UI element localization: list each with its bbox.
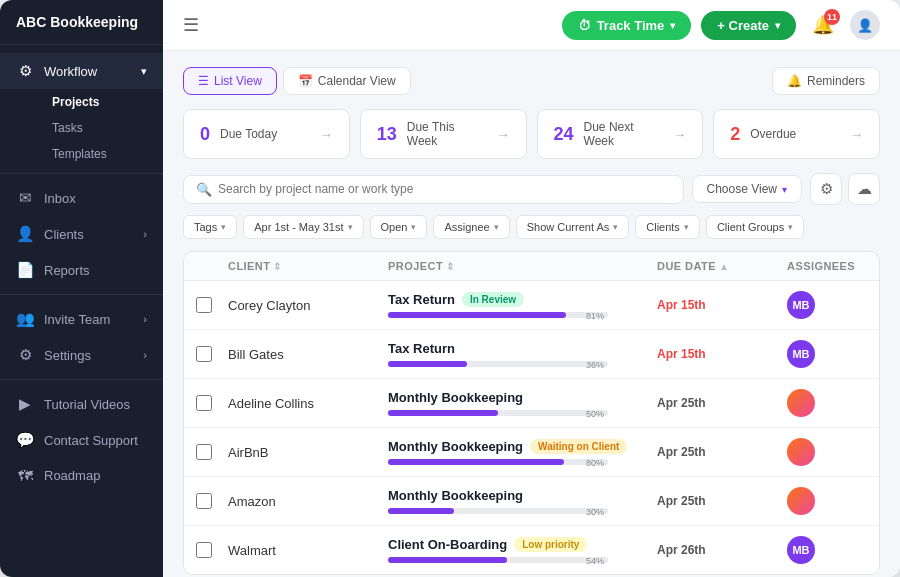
due-date: Apr 25th (657, 494, 787, 508)
project-col: Monthly Bookkeeping 30% (388, 488, 657, 514)
sidebar-nav: ⚙ Workflow ▾ Projects Tasks Templates ✉ … (0, 45, 163, 577)
filter-bar: Tags ▾ Apr 1st - May 31st ▾ Open ▾ Assig… (183, 215, 880, 239)
due-date: Apr 26th (657, 543, 787, 557)
notifications-button[interactable]: 🔔 11 (812, 14, 834, 36)
chevron-right-icon: › (143, 228, 147, 240)
search-box: 🔍 (183, 175, 684, 204)
caret-down-icon: ▾ (494, 222, 499, 232)
status-badge: Waiting on Client (530, 439, 627, 454)
th-assignees: ASSIGNEES (787, 260, 867, 272)
sidebar-item-tutorial[interactable]: ▶ Tutorial Videos (0, 386, 163, 422)
settings-view-button[interactable]: ⚙ (810, 173, 842, 205)
sidebar-item-workflow[interactable]: ⚙ Workflow ▾ (0, 53, 163, 89)
app-logo: ABC Bookkeeping (0, 0, 163, 45)
stat-due-next-week[interactable]: 24 Due Next Week → (537, 109, 704, 159)
caret-down-icon: ▾ (411, 222, 416, 232)
row-checkbox[interactable] (196, 444, 212, 460)
client-name: Adeline Collins (228, 396, 388, 411)
client-name: Bill Gates (228, 347, 388, 362)
progress-bar-wrap: 54% (388, 557, 608, 563)
arrow-right-icon: → (673, 127, 686, 142)
content-area: ☰ List View 📅 Calendar View 🔔 Reminders … (163, 51, 900, 577)
settings-icon: ⚙ (16, 346, 34, 364)
create-button[interactable]: + Create ▾ (701, 11, 796, 40)
stat-due-this-week[interactable]: 13 Due This Week → (360, 109, 527, 159)
filter-tags[interactable]: Tags ▾ (183, 215, 237, 239)
project-name: Monthly Bookkeeping (388, 488, 657, 503)
status-badge: Low priority (514, 537, 587, 552)
sidebar-item-roadmap[interactable]: 🗺 Roadmap (0, 458, 163, 493)
row-checkbox[interactable] (196, 297, 212, 313)
row-checkbox[interactable] (196, 542, 212, 558)
sidebar-sub-workflow: Projects Tasks Templates (0, 89, 163, 167)
track-time-button[interactable]: ⏱ Track Time ▾ (562, 11, 692, 40)
project-col: Monthly Bookkeeping Waiting on Client 80… (388, 439, 657, 465)
topbar: ☰ ⏱ Track Time ▾ + Create ▾ 🔔 11 👤 (163, 0, 900, 51)
row-checkbox[interactable] (196, 346, 212, 362)
sidebar-item-clients[interactable]: 👤 Clients › (0, 216, 163, 252)
progress-bar-fill (388, 508, 454, 514)
chevron-right-icon: › (143, 313, 147, 325)
caret-down-icon: ▾ (775, 20, 780, 31)
sidebar-item-support[interactable]: 💬 Contact Support (0, 422, 163, 458)
choose-view-button[interactable]: Choose View ▾ (692, 175, 803, 203)
table-row: Corey Clayton Tax Return In Review 81% A… (184, 281, 879, 330)
chevron-right-icon: › (143, 349, 147, 361)
caret-down-icon: ▾ (348, 222, 353, 232)
progress-bar-fill (388, 410, 498, 416)
sidebar-item-settings[interactable]: ⚙ Settings › (0, 337, 163, 373)
video-icon: ▶ (16, 395, 34, 413)
filter-client-groups[interactable]: Client Groups ▾ (706, 215, 804, 239)
export-button[interactable]: ☁ (848, 173, 880, 205)
project-name: Client On-Boarding Low priority (388, 537, 657, 552)
main-content: ☰ ⏱ Track Time ▾ + Create ▾ 🔔 11 👤 ☰ (163, 0, 900, 577)
caret-down-icon: ▾ (782, 184, 787, 195)
user-avatar[interactable]: 👤 (850, 10, 880, 40)
chevron-down-icon: ▾ (141, 65, 147, 78)
stat-due-today[interactable]: 0 Due Today → (183, 109, 350, 159)
filter-assignee[interactable]: Assignee ▾ (433, 215, 509, 239)
client-name: Corey Clayton (228, 298, 388, 313)
caret-down-icon: ▾ (670, 20, 675, 31)
status-badge: In Review (462, 292, 524, 307)
row-checkbox[interactable] (196, 395, 212, 411)
sidebar-item-reports[interactable]: 📄 Reports (0, 252, 163, 288)
caret-down-icon: ▾ (613, 222, 618, 232)
filter-date-range[interactable]: Apr 1st - May 31st ▾ (243, 215, 363, 239)
stat-overdue[interactable]: 2 Overdue → (713, 109, 880, 159)
inbox-icon: ✉ (16, 189, 34, 207)
notification-badge: 11 (824, 9, 840, 25)
search-icon: 🔍 (196, 182, 212, 197)
row-checkbox[interactable] (196, 493, 212, 509)
tab-list-view[interactable]: ☰ List View (183, 67, 277, 95)
due-date: Apr 25th (657, 396, 787, 410)
sidebar-item-inbox[interactable]: ✉ Inbox (0, 180, 163, 216)
due-date: Apr 15th (657, 298, 787, 312)
hamburger-icon[interactable]: ☰ (183, 14, 199, 36)
caret-down-icon: ▾ (788, 222, 793, 232)
search-row: 🔍 Choose View ▾ ⚙ ☁ (183, 173, 880, 205)
table-row: Amazon Monthly Bookkeeping 30% Apr 25th (184, 477, 879, 526)
client-name: AirBnB (228, 445, 388, 460)
assignee-avatar: MB (787, 340, 815, 368)
arrow-right-icon: → (320, 127, 333, 142)
project-col: Client On-Boarding Low priority 54% (388, 537, 657, 563)
caret-down-icon: ▾ (221, 222, 226, 232)
assignee-avatar (787, 438, 815, 466)
search-input[interactable] (218, 182, 671, 196)
filter-clients[interactable]: Clients ▾ (635, 215, 700, 239)
tab-calendar-view[interactable]: 📅 Calendar View (283, 67, 411, 95)
progress-bar-wrap: 36% (388, 361, 608, 367)
progress-bar-fill (388, 459, 564, 465)
filter-current-as[interactable]: Show Current As ▾ (516, 215, 630, 239)
sidebar-sub-projects[interactable]: Projects (44, 89, 163, 115)
sidebar-item-invite-team[interactable]: 👥 Invite Team › (0, 301, 163, 337)
list-icon: ☰ (198, 74, 209, 88)
reminders-button[interactable]: 🔔 Reminders (772, 67, 880, 95)
reports-icon: 📄 (16, 261, 34, 279)
sidebar-sub-templates[interactable]: Templates (44, 141, 163, 167)
due-date: Apr 25th (657, 445, 787, 459)
project-name: Tax Return In Review (388, 292, 657, 307)
filter-status[interactable]: Open ▾ (370, 215, 428, 239)
sidebar-sub-tasks[interactable]: Tasks (44, 115, 163, 141)
